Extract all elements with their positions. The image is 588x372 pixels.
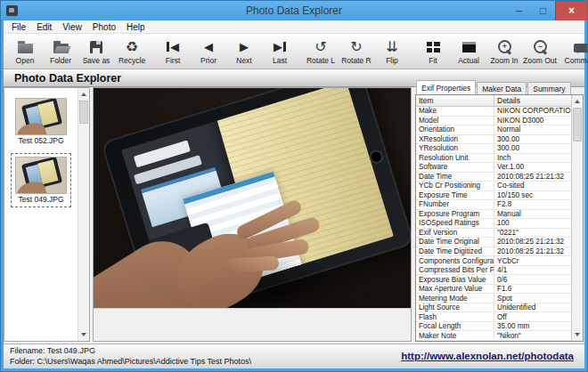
table-row[interactable]: YCb Cr PositioningCo-sited [416,182,571,191]
toolbar-button-first[interactable]: ◀First [155,36,191,68]
table-row[interactable]: Exposure ProgramManual [416,210,571,220]
table-row[interactable]: YResolution300.00 [416,144,571,154]
table-row[interactable]: Exposure Bias Value0/6 [416,275,571,285]
table-row[interactable]: FlashOff [416,312,571,322]
table-row[interactable]: Light SourceUnidentified [416,303,571,313]
cell-details: 35.00 mm [494,322,571,330]
toolbar-label-saveas: Save as [83,56,110,65]
column-header-details[interactable]: Details [494,95,571,106]
toolbar-label-comment: Comment [565,56,588,65]
table-row[interactable]: OrientationNormal [416,125,571,135]
website-link[interactable]: http://www.alexnolan.net/photodata [401,351,574,361]
menu-item-help[interactable]: Help [121,21,151,33]
folder-closed-icon [18,39,33,55]
toolbar-button-prior[interactable]: ◀Prior [191,36,226,68]
rotate-left-icon: ↺ [314,39,326,55]
table-row[interactable]: XResolution300.00 [416,135,571,145]
toolbar-button-flip[interactable]: ⇊Flip [374,36,410,68]
thumbnail-image [15,157,67,194]
toolbar-button-saveas[interactable]: Save as [78,36,114,68]
table-scroll-up-button[interactable] [572,95,583,107]
toolbar-button-fit[interactable]: Fit [415,36,451,68]
toolbar-button-zoomout[interactable]: Zoom Out [522,36,558,68]
skip-to-last-icon: ▶ [274,39,286,55]
table-row[interactable]: Exposure Time10/150 sec [416,191,571,201]
table-row[interactable]: Exif Version"0221" [416,229,571,239]
table-row[interactable]: Maker Note"Nikon" [416,331,571,341]
cell-item: Maker Note [416,331,494,340]
table-row[interactable]: ModelNIKON D3000 [416,117,571,126]
table-row[interactable]: Date Time Original2010:08:25 21:21:32 [416,238,571,247]
recycle-icon: ♻ [126,39,138,55]
table-row[interactable]: Date Time Digitized2010:08:25 21:21:32 [416,247,571,257]
menu-item-photo[interactable]: Photo [87,21,121,33]
cell-details: Co-sited [494,182,571,190]
cell-item: Resolution Unit [416,154,494,163]
toolbar-button-comment[interactable]: Comment [563,36,588,68]
fit-to-window-icon [427,39,440,55]
cell-details: 4/1 [494,266,571,274]
thumbnail-panel: Test 052.JPGTest 049.JPG [4,87,90,342]
table-row[interactable]: Date Time2010:08:25 21:21:32 [416,173,571,182]
toolbar-button-rotater[interactable]: ↻Rotate R [339,36,374,68]
maximize-button[interactable]: □ [531,1,555,20]
table-row[interactable]: Focal Length35.00 mm [416,322,571,332]
window-controls: – □ × [507,1,587,20]
table-scroll-down-button[interactable] [572,329,583,341]
cell-details: "0221" [494,229,571,237]
thumbnail-item[interactable]: Test 052.JPG [11,94,71,149]
floppy-disk-icon [90,39,102,55]
title-bar: Photo Data Explorer – □ × [1,1,587,20]
toolbar-label-last: Last [273,56,287,65]
menu-item-file[interactable]: File [6,21,31,33]
menu-item-view[interactable]: View [57,21,87,33]
toolbar-button-rotatel[interactable]: ↺Rotate L [303,36,339,68]
cell-details: Spot [494,295,571,303]
cell-details: F2.8 [494,200,571,208]
table-scrollbar[interactable] [571,95,583,341]
tab-exif-properties[interactable]: Exif Properties [416,80,476,94]
rotate-right-icon: ↻ [350,39,362,55]
cell-item: Focal Length [416,322,494,331]
hand-in-photo [94,88,411,308]
table-row[interactable]: Components ConfigurationYCbCr [416,256,571,266]
cell-details: Inch [494,154,571,162]
toolbar-button-next[interactable]: ▶Next [226,36,262,68]
cell-details: 0/6 [494,276,571,284]
column-header-item[interactable]: Item [416,95,494,106]
thumbnail-item[interactable]: Test 049.JPG [11,153,71,207]
cell-details: 2010:08:25 21:21:32 [494,173,571,181]
close-button[interactable]: × [555,1,587,20]
toolbar-button-actual[interactable]: Actual [451,36,486,68]
comment-bubble-icon [574,39,588,55]
toolbar-label-recycle: Recycle [118,56,145,65]
toolbar-button-recycle[interactable]: ♻Recycle [114,36,150,68]
table-row[interactable]: MakeNIKON CORPORATION [416,107,571,117]
tab-maker-data[interactable]: Maker Data [477,82,527,94]
table-row[interactable]: Max Aperture ValueF1.6 [416,285,571,295]
cell-item: Metering Mode [416,294,494,303]
toolbar-button-last[interactable]: ▶Last [262,36,298,68]
table-row[interactable]: Compressed Bits Per Pixel4/1 [416,266,571,276]
scroll-down-button[interactable] [78,329,89,341]
toolbar-button-zoomin[interactable]: Zoom In [486,36,522,68]
tab-summary[interactable]: Summary [527,82,570,94]
table-row[interactable]: FNumberF2.8 [416,200,571,210]
cell-details: 100 [494,219,571,227]
minimize-button[interactable]: – [507,1,531,20]
cell-details: 10/150 sec [494,191,571,199]
scrollbar-thumb[interactable] [79,101,88,124]
toolbar-label-first: First [166,56,181,65]
thumbnail-scrollbar[interactable] [78,88,89,341]
cell-details: Manual [494,210,571,218]
toolbar-button-folder[interactable]: Folder [43,36,78,68]
table-scrollbar-thumb[interactable] [573,108,582,142]
table-row[interactable]: Metering ModeSpot [416,294,571,303]
table-row[interactable]: Resolution UnitInch [416,154,571,164]
table-row[interactable]: ISOSpeed Ratings100 [416,219,571,229]
scroll-up-button[interactable] [78,88,89,100]
menu-item-edit[interactable]: Edit [31,21,57,33]
app-body: FileEditViewPhotoHelp OpenFolderSave as♻… [4,20,584,368]
toolbar-button-open[interactable]: Open [7,36,43,68]
table-row[interactable]: SoftwareVer.1.00 [416,163,571,173]
